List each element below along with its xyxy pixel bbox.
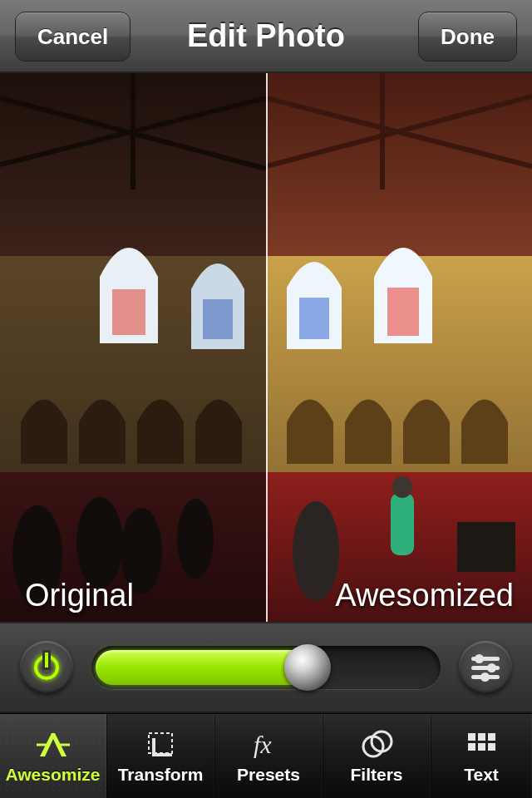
text-icon — [463, 728, 500, 761]
page-title: Edit Photo — [187, 18, 345, 54]
photo-label-original: Original — [25, 578, 134, 613]
photo-original — [0, 73, 266, 622]
svg-rect-30 — [468, 733, 475, 741]
presets-icon: fx — [250, 728, 287, 761]
tab-transform[interactable]: Transform — [106, 714, 214, 798]
svg-rect-23 — [457, 522, 515, 572]
svg-rect-33 — [468, 743, 475, 751]
photo-label-awesomized: Awesomized — [335, 578, 514, 613]
tab-label: Presets — [237, 765, 300, 785]
svg-rect-3 — [112, 289, 145, 335]
tab-label: Filters — [350, 765, 402, 785]
filters-icon — [358, 728, 395, 761]
tab-label: Text — [464, 765, 499, 785]
svg-point-22 — [392, 476, 412, 498]
tab-filters[interactable]: Filters — [323, 714, 431, 798]
svg-rect-12 — [266, 73, 532, 256]
tab-label: Awesomize — [6, 765, 101, 785]
svg-rect-35 — [488, 743, 495, 751]
control-bar — [0, 622, 532, 713]
tab-text[interactable]: Text — [431, 714, 532, 798]
svg-rect-16 — [387, 288, 419, 336]
done-button[interactable]: Done — [418, 12, 517, 62]
slider-thumb[interactable] — [284, 644, 331, 691]
awesomize-icon — [35, 728, 71, 761]
photo-compare-area[interactable]: Original Awesomized — [0, 73, 532, 622]
settings-button[interactable] — [459, 641, 512, 694]
svg-text:fx: fx — [254, 731, 272, 758]
slider-fill — [96, 650, 312, 685]
svg-point-8 — [76, 497, 123, 589]
power-icon — [34, 655, 59, 680]
svg-point-20 — [293, 501, 339, 601]
svg-rect-32 — [488, 733, 495, 741]
tab-awesomize[interactable]: Awesomize — [0, 714, 106, 798]
sliders-icon — [471, 657, 500, 679]
tab-bar: Awesomize Transform fx Presets Filters — [0, 713, 532, 798]
svg-rect-31 — [478, 733, 485, 741]
tab-label: Transform — [118, 765, 204, 785]
transform-icon — [142, 728, 179, 761]
tab-presets[interactable]: fx Presets — [214, 714, 323, 798]
nav-bar: Cancel Edit Photo Done — [0, 0, 532, 73]
svg-rect-34 — [478, 743, 485, 751]
svg-rect-15 — [299, 298, 329, 339]
svg-rect-21 — [391, 493, 414, 555]
svg-point-10 — [177, 499, 214, 579]
cancel-button[interactable]: Cancel — [15, 12, 131, 62]
photo-awesomized — [266, 73, 532, 622]
power-toggle-button[interactable] — [20, 641, 73, 694]
svg-rect-4 — [203, 299, 233, 339]
compare-divider[interactable] — [266, 73, 268, 622]
intensity-slider[interactable] — [91, 646, 441, 689]
